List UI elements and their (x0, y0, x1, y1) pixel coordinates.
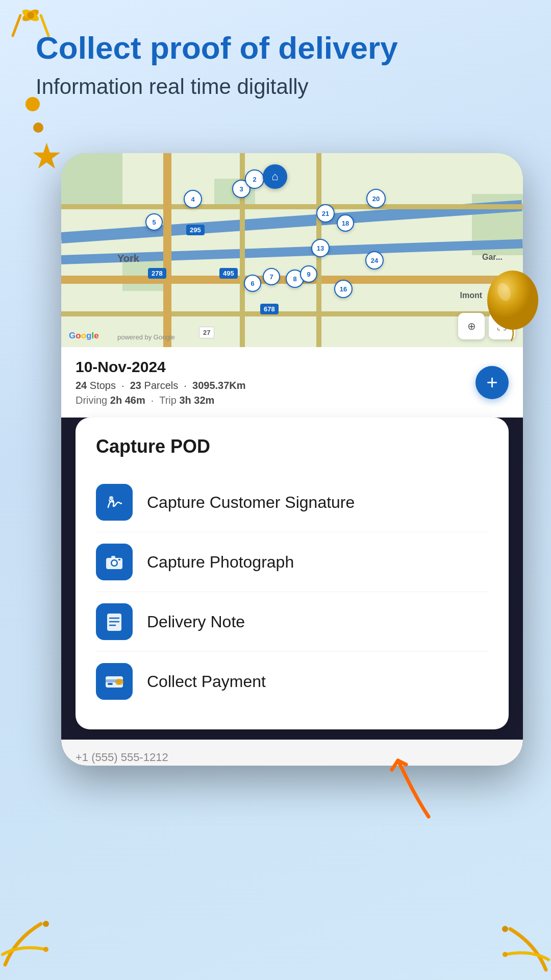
svg-rect-16 (111, 556, 115, 558)
map-pin-home: ⌂ (263, 164, 287, 189)
route-stats: 24 Stops · 23 Parcels · 3095.37Km (76, 380, 246, 391)
pod-item-photograph[interactable]: Capture Photograph (96, 532, 488, 592)
map-pin-7: 7 (263, 268, 280, 285)
pod-item-note[interactable]: Delivery Note (96, 592, 488, 652)
svg-point-5 (487, 271, 538, 330)
pod-title: Capture POD (96, 436, 488, 457)
svg-point-8 (43, 947, 48, 952)
svg-point-2 (27, 12, 34, 19)
note-label: Delivery Note (147, 612, 245, 631)
route-date: 10-Nov-2024 (76, 358, 246, 376)
note-icon (104, 611, 124, 632)
google-logo: Google (69, 331, 99, 341)
svg-point-10 (503, 952, 508, 957)
note-icon-wrap (96, 603, 133, 640)
signature-label: Capture Customer Signature (147, 493, 355, 512)
svg-point-11 (109, 496, 113, 500)
photograph-label: Capture Photograph (147, 553, 294, 572)
map-pin-4: 4 (184, 190, 202, 208)
ribbon-decoration-bottom-left (0, 909, 61, 970)
map-pin-24: 24 (365, 251, 384, 270)
svg-rect-17 (118, 559, 120, 560)
route-time: Driving 2h 46m · Trip 3h 32m (76, 395, 246, 406)
powered-by-google: powered by Google (117, 333, 175, 341)
pod-item-payment[interactable]: Collect Payment (96, 652, 488, 711)
map-label-york: York (117, 253, 139, 264)
star-decoration: ★ (31, 135, 63, 177)
map-pin-16: 16 (334, 280, 353, 298)
payment-icon (104, 671, 124, 692)
add-button[interactable]: + (475, 366, 509, 399)
map-label-gard: Gar... (482, 253, 503, 262)
route-info-bar: 10-Nov-2024 24 Stops · 23 Parcels · 3095… (61, 347, 523, 418)
payment-icon-wrap (96, 663, 133, 700)
signature-icon (104, 492, 124, 512)
map-area: York Gar... lmont 295 495 278 678 27 4 3… (61, 153, 523, 347)
phone-mockup: York Gar... lmont 295 495 278 678 27 4 3… (61, 153, 523, 766)
svg-line-3 (13, 15, 20, 36)
payment-label: Collect Payment (147, 672, 266, 691)
dot-decoration-2 (33, 122, 43, 133)
bottom-info-bar: +1 (555) 555-1212 (61, 740, 523, 766)
camera-icon (104, 552, 124, 572)
map-pin-13: 13 (311, 239, 330, 257)
map-pin-9: 9 (300, 265, 317, 283)
pod-item-signature[interactable]: Capture Customer Signature (96, 473, 488, 532)
road-shield-27: 27 (199, 327, 214, 338)
svg-point-15 (112, 561, 117, 566)
svg-point-7 (43, 921, 49, 927)
camera-icon-wrap (96, 544, 133, 580)
svg-rect-24 (108, 683, 113, 685)
road-shield-495: 495 (219, 268, 238, 279)
arrow-annotation (388, 755, 449, 822)
map-pin-5: 5 (145, 213, 163, 231)
svg-point-26 (117, 679, 123, 685)
phone-number: +1 (555) 555-1212 (76, 751, 168, 764)
road-shield-678: 678 (260, 304, 279, 314)
header-subtitle: Information real time digitally (36, 75, 515, 99)
road-shield-295: 295 (186, 225, 205, 235)
map-pin-6: 6 (244, 275, 261, 292)
ribbon-decoration-bottom-right (490, 914, 551, 975)
header-title: Collect proof of delivery (36, 31, 515, 65)
map-label-mont: lmont (460, 291, 482, 300)
map-pin-2: 2 (245, 169, 264, 189)
map-pin-18: 18 (337, 214, 354, 232)
header-section: Collect proof of delivery Information re… (36, 31, 515, 99)
map-pin-20: 20 (366, 189, 386, 208)
dot-decoration-1 (26, 97, 40, 111)
balloon-decoration (485, 271, 541, 337)
signature-icon-wrap (96, 484, 133, 521)
map-pin-21: 21 (316, 204, 335, 223)
road-shield-278: 278 (148, 268, 166, 279)
svg-point-9 (502, 926, 508, 932)
pod-card: Capture POD Capture Customer Signature (76, 418, 509, 729)
location-btn[interactable]: ⊕ (458, 313, 485, 339)
